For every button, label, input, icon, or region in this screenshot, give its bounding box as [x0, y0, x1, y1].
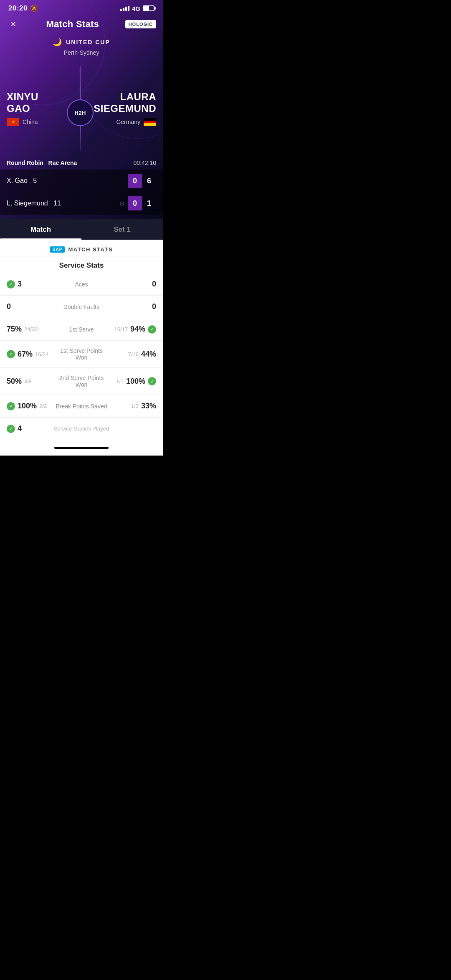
match-duration: 00:42:10 [134, 160, 157, 166]
break-pts-left-frac: 2/2 [39, 403, 47, 409]
stat-label-service-games: Service Games Played [53, 425, 109, 432]
stat-row-2nd-serve-won: 50% 4/8 2nd Serve Points Won 1/1 100% ✓ [0, 368, 163, 395]
df-right-value: 0 [152, 302, 156, 311]
break-pts-left-pct: 100% [18, 402, 37, 410]
app-container: 20:20 🔕 4G × Match Stats HOLOGIC [0, 0, 163, 456]
1st-serve-right-frac: 16/17 [114, 326, 128, 332]
status-time: 20:20 [8, 4, 28, 13]
stat-left-1st-serve: 75% 24/32 [7, 325, 53, 334]
sponsor-logo: HOLOGIC [125, 20, 156, 28]
h2h-line-bottom [80, 126, 81, 151]
check-icon-2nd-won-right: ✓ [148, 377, 156, 385]
tab-match[interactable]: Match [0, 219, 81, 240]
stat-label-1st-won: 1st Serve Points Won [53, 347, 109, 361]
score-player1-name: X. Gao 5 [7, 177, 128, 185]
stat-label-break-pts: Break Points Saved [53, 403, 109, 410]
stat-label-2nd-won: 2nd Serve Points Won [53, 375, 109, 388]
score-row-player1: X. Gao 5 0 6 [0, 170, 163, 192]
battery-icon [143, 5, 155, 11]
player1-country: ★ China [7, 118, 67, 126]
serve-indicator-icon: ⊙ [119, 200, 124, 207]
aces-left-value: 3 [18, 280, 22, 289]
df-left-value: 0 [7, 302, 11, 311]
1st-serve-left-pct: 75% [7, 325, 22, 334]
tournament-name: 🌙 UNITED CUP [0, 38, 163, 47]
stat-right-1st-won: 7/16 44% [109, 350, 156, 359]
aces-right-value: 0 [152, 280, 156, 289]
signal-bar-2 [123, 8, 124, 11]
1st-won-left-pct: 67% [18, 350, 33, 359]
germany-flag [144, 118, 156, 126]
player1-set1-score: 0 [128, 174, 142, 188]
china-flag: ★ [7, 118, 19, 126]
2nd-won-left-pct: 50% [7, 377, 22, 386]
tournament-logo-icon: 🌙 [53, 38, 63, 47]
home-bar [54, 447, 109, 449]
player2-info: LAURA SIEGEMUND Germany [94, 91, 156, 126]
stat-left-1st-won: ✓ 67% 16/24 [7, 350, 53, 359]
sap-logo: SAP [50, 246, 65, 253]
1st-serve-left-frac: 24/32 [24, 326, 38, 332]
check-icon-break-pts-left: ✓ [7, 402, 15, 410]
check-icon-aces-left: ✓ [7, 280, 15, 289]
h2h-button[interactable]: H2H [67, 99, 94, 126]
stat-left-service-games: ✓ 4 [7, 424, 53, 433]
header-title: Match Stats [46, 19, 99, 30]
stat-row-1st-serve-won: ✓ 67% 16/24 1st Serve Points Won 7/16 44… [0, 341, 163, 368]
stat-row-aces: ✓ 3 Aces 0 [0, 273, 163, 296]
player1-name: XINYU GAO [7, 91, 67, 114]
stat-label-df: Double Faults [53, 304, 109, 310]
2nd-won-right-pct: 100% [126, 377, 145, 386]
bell-icon: 🔕 [30, 5, 38, 12]
service-games-left-value: 4 [18, 424, 22, 433]
signal-bar-1 [120, 9, 122, 11]
1st-serve-right-pct: 94% [130, 325, 145, 334]
home-indicator [0, 443, 163, 456]
stat-row-break-pts: ✓ 100% 2/2 Break Points Saved 1/3 33% [0, 395, 163, 418]
signal-bar-4 [128, 6, 129, 11]
tournament-info: 🌙 UNITED CUP Perth-Sydney [0, 34, 163, 58]
check-icon-1st-won-left: ✓ [7, 350, 15, 358]
tournament-location: Perth-Sydney [0, 49, 163, 56]
stat-left-aces: ✓ 3 [7, 280, 53, 289]
tab-underline [0, 238, 81, 240]
player2-set1-score: 0 [128, 196, 142, 210]
close-button[interactable]: × [7, 18, 20, 31]
stat-right-aces: 0 [109, 280, 156, 289]
match-info-row: Round Robin Rac Arena 00:42:10 [0, 156, 163, 170]
network-type: 4G [132, 5, 140, 12]
score-section: X. Gao 5 0 6 L. Siegemund 11 ⊙ 0 1 [0, 170, 163, 215]
stats-section: SAP MATCH STATS Service Stats ✓ 3 Aces 0… [0, 240, 163, 443]
player2-name: LAURA SIEGEMUND [94, 91, 156, 114]
check-icon-service-games-left: ✓ [7, 425, 15, 433]
stat-left-break-pts: ✓ 100% 2/2 [7, 402, 53, 410]
score-player2-name: L. Siegemund 11 [7, 200, 119, 207]
stat-left-2nd-won: 50% 4/8 [7, 377, 53, 386]
stat-row-double-faults: 0 Double Faults 0 [0, 296, 163, 318]
stat-row-service-games: ✓ 4 Service Games Played [0, 418, 163, 435]
1st-won-right-frac: 7/16 [128, 351, 139, 357]
stat-row-1st-serve: 75% 24/32 1st Serve 16/17 94% ✓ [0, 318, 163, 341]
tab-set1[interactable]: Set 1 [81, 219, 163, 240]
players-section: XINYU GAO ★ China H2H LAURA SIEGEMUND [0, 58, 163, 156]
player2-country: Germany [94, 118, 156, 126]
signal-bars [120, 6, 129, 11]
player1-total-score: 6 [142, 177, 156, 185]
match-round-venue: Round Robin Rac Arena [7, 160, 77, 166]
break-pts-right-pct: 33% [141, 402, 156, 410]
2nd-won-left-frac: 4/8 [24, 378, 32, 385]
h2h-line-top [80, 66, 81, 99]
tabs-bar: Match Set 1 [0, 219, 163, 240]
score-row-player2: L. Siegemund 11 ⊙ 0 1 [0, 192, 163, 215]
hero-section: 20:20 🔕 4G × Match Stats HOLOGIC [0, 0, 163, 219]
service-stats-title: Service Stats [0, 256, 163, 273]
match-stats-label: MATCH STATS [68, 246, 113, 253]
player2-total-score: 1 [142, 199, 156, 208]
stat-label-1st-serve: 1st Serve [53, 326, 109, 333]
header-bar: × Match Stats HOLOGIC [0, 15, 163, 34]
stat-label-aces: Aces [53, 281, 109, 288]
check-icon-1st-serve-right: ✓ [148, 325, 156, 334]
status-icons: 4G [120, 5, 155, 12]
signal-bar-3 [125, 7, 127, 11]
1st-won-right-pct: 44% [141, 350, 156, 359]
